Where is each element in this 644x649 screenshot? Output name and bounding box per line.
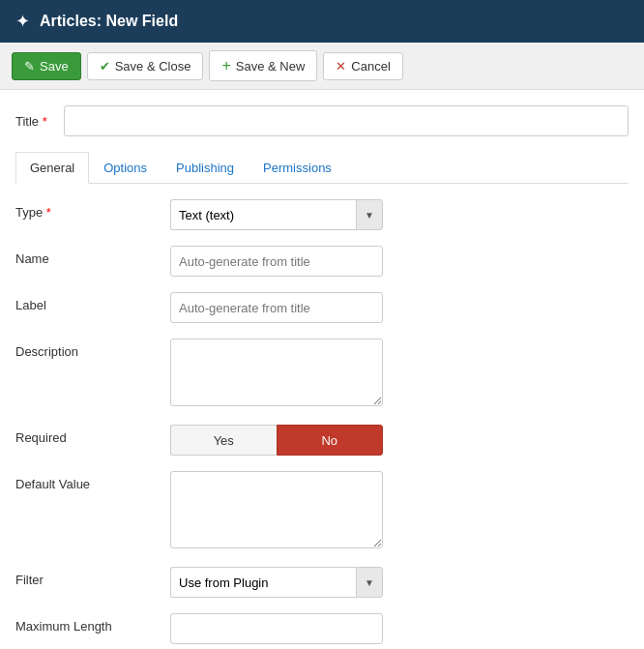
filter-select[interactable]: Use from Plugin None Integer Float Strin… <box>170 567 356 598</box>
required-label: Required <box>15 425 170 445</box>
tab-publishing[interactable]: Publishing <box>161 152 249 183</box>
filter-select-wrapper: Use from Plugin None Integer Float Strin… <box>170 567 383 598</box>
default-value-label: Default Value <box>15 471 170 491</box>
x-icon: ✕ <box>336 59 346 74</box>
type-label: Type * <box>15 199 170 220</box>
title-label: Title * <box>15 114 54 129</box>
label-label: Label <box>15 292 170 312</box>
label-control <box>170 292 629 323</box>
label-input[interactable] <box>170 292 383 323</box>
page-header: ✦ Articles: New Field <box>0 0 644 43</box>
type-control: Text (text) Integer Float Date Textarea … <box>170 199 629 230</box>
puzzle-icon: ✦ <box>15 11 30 32</box>
filter-control: Use from Plugin None Integer Float Strin… <box>170 567 629 598</box>
tabs: General Options Publishing Permissions <box>15 152 629 184</box>
description-label: Description <box>15 339 170 359</box>
description-textarea[interactable] <box>170 339 383 406</box>
description-control <box>170 339 629 409</box>
title-row: Title * <box>15 105 629 136</box>
name-row: Name <box>15 246 629 277</box>
toolbar: ✎ Save ✔ Save & Close + Save & New ✕ Can… <box>0 43 644 90</box>
max-length-control <box>170 613 629 644</box>
tab-general[interactable]: General <box>15 152 89 184</box>
type-row: Type * Text (text) Integer Float Date Te… <box>15 199 629 230</box>
save-button[interactable]: ✎ Save <box>12 52 81 80</box>
save-new-button[interactable]: + Save & New <box>209 50 317 81</box>
max-length-row: Maximum Length <box>15 613 629 644</box>
filter-dropdown-arrow[interactable]: ▼ <box>356 567 383 598</box>
type-required-star: * <box>46 205 51 220</box>
name-control <box>170 246 629 277</box>
type-select-wrapper: Text (text) Integer Float Date Textarea … <box>170 199 383 230</box>
max-length-input[interactable] <box>170 613 383 644</box>
type-select[interactable]: Text (text) Integer Float Date Textarea <box>170 199 356 230</box>
default-value-row: Default Value <box>15 471 629 551</box>
required-no-button[interactable]: No <box>277 425 384 456</box>
type-dropdown-arrow[interactable]: ▼ <box>356 199 383 230</box>
label-row: Label <box>15 292 629 323</box>
required-star: * <box>43 114 47 129</box>
filter-label: Filter <box>15 567 170 587</box>
default-value-control <box>170 471 629 551</box>
cancel-button[interactable]: ✕ Cancel <box>323 52 402 80</box>
required-toggle-group: Yes No <box>170 425 383 456</box>
check-icon: ✔ <box>100 59 110 74</box>
main-content: Title * General Options Publishing Permi… <box>0 90 644 649</box>
required-control: Yes No <box>170 425 629 456</box>
max-length-label: Maximum Length <box>15 613 170 634</box>
tab-permissions[interactable]: Permissions <box>249 152 346 183</box>
plus-icon: + <box>221 57 230 74</box>
name-input[interactable] <box>170 246 383 277</box>
name-label: Name <box>15 246 170 266</box>
required-yes-button[interactable]: Yes <box>170 425 277 456</box>
filter-row: Filter Use from Plugin None Integer Floa… <box>15 567 629 598</box>
required-row: Required Yes No <box>15 425 629 456</box>
save-close-button[interactable]: ✔ Save & Close <box>87 52 204 80</box>
default-value-textarea[interactable] <box>170 471 383 548</box>
page-title: Articles: New Field <box>40 13 178 30</box>
save-icon: ✎ <box>24 59 35 74</box>
description-row: Description <box>15 339 629 409</box>
title-input[interactable] <box>64 105 629 136</box>
tab-options[interactable]: Options <box>89 152 161 183</box>
